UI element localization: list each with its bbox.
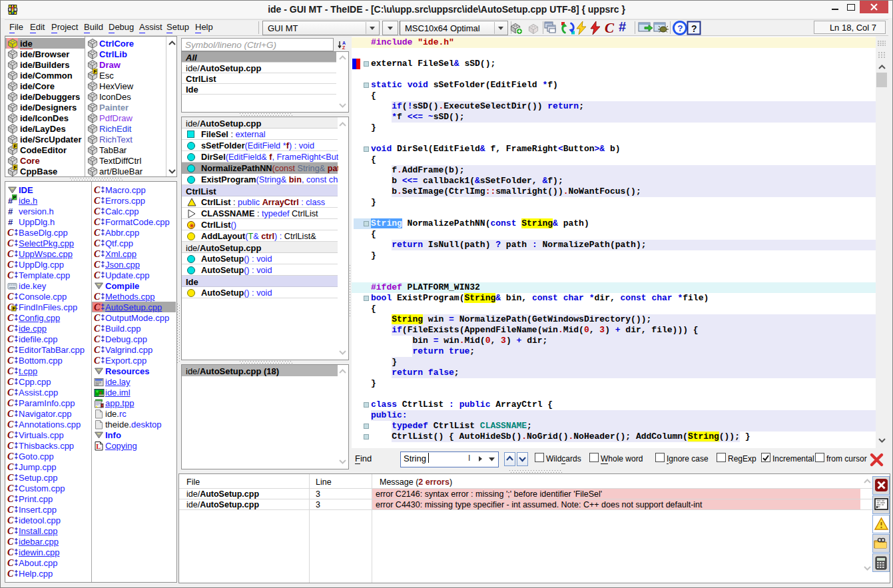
svg-text:A: A bbox=[342, 41, 346, 45]
svg-text:?: ? bbox=[691, 23, 697, 34]
svg-text:Z: Z bbox=[342, 45, 346, 50]
svg-text:?: ? bbox=[677, 23, 683, 33]
